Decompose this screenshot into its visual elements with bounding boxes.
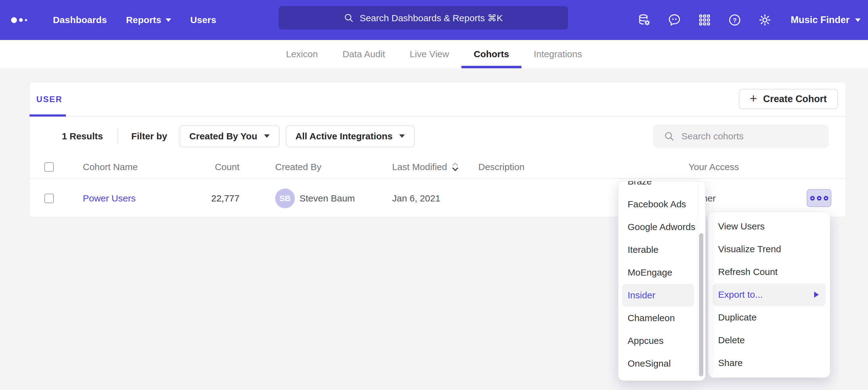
tab-user-cohorts[interactable]: USER [36, 82, 62, 117]
menu-item-braze[interactable]: Braze [618, 181, 705, 193]
menu-item-onesignal[interactable]: OneSignal [618, 352, 705, 375]
logo-dot-large [11, 17, 17, 23]
tab-label: Live View [410, 49, 449, 59]
dot-icon [824, 196, 828, 200]
table-header-row: Cohort Name Count Created By Last Modifi… [30, 156, 845, 179]
settings-button[interactable] [757, 12, 772, 27]
tab-data-audit[interactable]: Data Audit [330, 40, 397, 68]
column-header-description[interactable]: Description [478, 162, 525, 172]
column-header-last-modified[interactable]: Last Modified [392, 162, 459, 172]
tab-label: Data Audit [343, 49, 385, 59]
nav-item-label: Dashboards [53, 15, 107, 25]
help-button[interactable]: ? [727, 12, 742, 27]
header-actions: ? Music Finder [637, 0, 861, 40]
integrations-filter-dropdown[interactable]: All Active Integrations [286, 125, 415, 147]
cohort-type-tabs: USER + Create Cohort [30, 82, 845, 117]
results-count: 1 Results [62, 131, 103, 141]
top-navigation: Dashboards Reports Users [53, 15, 216, 25]
menu-item-duplicate[interactable]: Duplicate [708, 306, 830, 329]
apps-grid-icon [698, 13, 712, 27]
row-checkbox[interactable] [44, 194, 54, 203]
chevron-down-icon [264, 134, 270, 138]
chevron-down-icon [165, 19, 171, 22]
filter-value: All Active Integrations [296, 131, 393, 141]
submenu-arrow-icon [814, 292, 819, 298]
menu-item-chameleon[interactable]: Chameleon [618, 307, 705, 329]
created-by-filter-dropdown[interactable]: Created By You [180, 125, 279, 147]
nav-item-label: Reports [126, 15, 161, 25]
logo-dot-small [25, 19, 27, 21]
menu-item-delete[interactable]: Delete [708, 329, 830, 352]
active-tab-underline [461, 66, 521, 68]
select-all-checkbox[interactable] [44, 162, 54, 172]
search-icon [343, 12, 354, 23]
create-cohort-button[interactable]: + Create Cohort [739, 89, 838, 109]
tab-label: Integrations [534, 49, 582, 59]
submenu-list: Braze Facebook Ads Google Adwords Iterab… [618, 181, 705, 375]
cohorts-card: USER + Create Cohort 1 Results Filter by… [29, 82, 846, 217]
section-tabbar: Lexicon Data Audit Live View Cohorts Int… [0, 40, 868, 68]
export-to-submenu: Braze Facebook Ads Google Adwords Iterab… [618, 181, 706, 381]
tab-live-view[interactable]: Live View [397, 40, 461, 68]
cohort-name-link[interactable]: Power Users [83, 193, 136, 204]
menu-item-iterable[interactable]: Iterable [618, 238, 705, 261]
tab-cohorts[interactable]: Cohorts [461, 40, 521, 68]
menu-item-visualize-trend[interactable]: Visualize Trend [708, 238, 830, 261]
submenu-scrollbar[interactable] [699, 233, 703, 377]
menu-item-share[interactable]: Share [708, 352, 830, 374]
column-header-count[interactable]: Count [193, 162, 240, 172]
created-by-cell: SB Steven Baum [275, 189, 355, 208]
tab-label: Cohorts [474, 49, 509, 59]
column-header-label: Last Modified [392, 162, 447, 172]
menu-item-google-adwords[interactable]: Google Adwords [618, 216, 705, 238]
mixpanel-logo-icon[interactable] [11, 17, 48, 23]
nav-item-reports[interactable]: Reports [126, 15, 171, 25]
tab-lexicon[interactable]: Lexicon [274, 40, 330, 68]
created-by-name: Steven Baum [300, 193, 355, 204]
filter-toolbar: 1 Results Filter by Created By You All A… [30, 117, 845, 156]
svg-text:?: ? [733, 17, 737, 24]
tab-label: USER [36, 95, 62, 104]
apps-grid-button[interactable] [697, 12, 712, 27]
project-name: Music Finder [791, 14, 849, 26]
user-tab-underline [30, 115, 66, 117]
last-modified-date: Jan 6, 2021 [392, 193, 440, 204]
menu-item-moengage[interactable]: MoEngage [618, 261, 705, 284]
data-management-button[interactable] [637, 12, 652, 27]
row-actions-button[interactable] [807, 189, 831, 207]
menu-item-export-to[interactable]: Export to... [713, 283, 826, 306]
plus-icon: + [750, 92, 757, 105]
menu-item-refresh-count[interactable]: Refresh Count [708, 261, 830, 283]
help-icon: ? [727, 13, 742, 27]
menu-item-appcues[interactable]: Appcues [618, 329, 705, 352]
column-header-your-access[interactable]: Your Access [688, 162, 739, 172]
nav-item-label: Users [190, 15, 216, 25]
tab-integrations[interactable]: Integrations [521, 40, 594, 68]
column-header-cohort-name[interactable]: Cohort Name [83, 162, 137, 172]
chevron-down-icon [399, 134, 405, 138]
avatar: SB [275, 189, 295, 208]
create-cohort-label: Create Cohort [763, 94, 827, 105]
filter-value: Created By You [189, 131, 257, 141]
divider [697, 181, 698, 381]
feedback-icon [667, 13, 681, 27]
menu-item-insider[interactable]: Insider [622, 284, 694, 307]
nav-item-dashboards[interactable]: Dashboards [53, 15, 107, 25]
sort-icon [451, 162, 459, 172]
global-search-input[interactable]: Search Dashboards & Reports ⌘K [279, 6, 568, 30]
feedback-button[interactable] [667, 12, 682, 27]
filter-by-label: Filter by [131, 131, 167, 141]
settings-gear-icon [758, 13, 772, 27]
project-switcher[interactable]: Music Finder [791, 14, 861, 26]
menu-item-facebook-ads[interactable]: Facebook Ads [618, 193, 705, 216]
global-search-placeholder: Search Dashboards & Reports ⌘K [360, 12, 503, 23]
logo-dot-medium [19, 18, 23, 22]
cohort-search-input[interactable] [681, 131, 814, 141]
menu-item-view-users[interactable]: View Users [708, 215, 830, 238]
menu-item-label: Export to... [718, 289, 763, 300]
search-icon [663, 131, 675, 142]
chevron-down-icon [855, 19, 861, 22]
nav-item-users[interactable]: Users [190, 15, 216, 25]
dot-icon [810, 196, 815, 200]
column-header-created-by[interactable]: Created By [275, 162, 321, 172]
